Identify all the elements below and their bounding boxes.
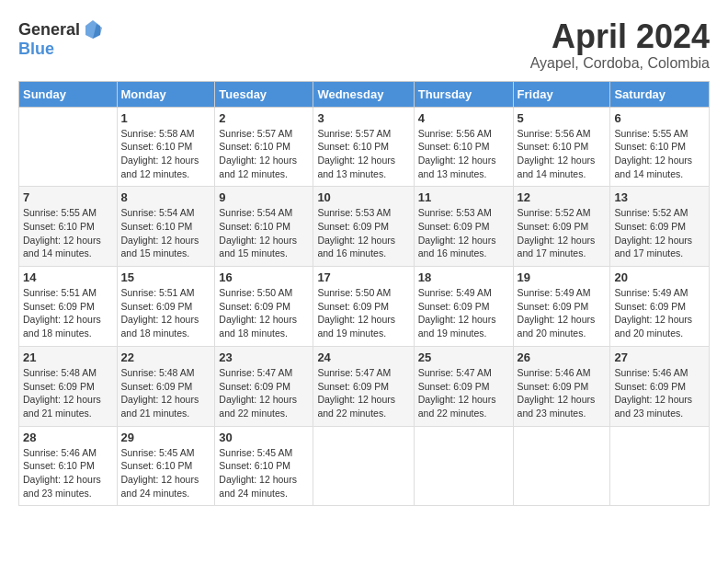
day-number: 9	[219, 190, 309, 204]
day-info: Sunrise: 5:45 AM Sunset: 6:10 PM Dayligh…	[219, 446, 309, 500]
calendar-cell: 7Sunrise: 5:55 AM Sunset: 6:10 PM Daylig…	[19, 187, 118, 267]
day-info: Sunrise: 5:50 AM Sunset: 6:09 PM Dayligh…	[219, 286, 309, 340]
day-info: Sunrise: 5:51 AM Sunset: 6:09 PM Dayligh…	[23, 286, 113, 340]
day-info: Sunrise: 5:57 AM Sunset: 6:10 PM Dayligh…	[317, 127, 409, 181]
month-title: April 2024	[530, 18, 710, 55]
day-number: 8	[121, 190, 211, 204]
day-number: 13	[614, 190, 705, 204]
calendar-cell: 17Sunrise: 5:50 AM Sunset: 6:09 PM Dayli…	[313, 267, 414, 347]
calendar-cell: 25Sunrise: 5:47 AM Sunset: 6:09 PM Dayli…	[414, 346, 513, 426]
calendar-cell: 16Sunrise: 5:50 AM Sunset: 6:09 PM Dayli…	[215, 267, 313, 347]
calendar-cell: 11Sunrise: 5:53 AM Sunset: 6:09 PM Dayli…	[414, 187, 513, 267]
day-number: 19	[518, 270, 607, 284]
calendar-cell	[610, 426, 710, 506]
day-number: 16	[219, 270, 309, 284]
calendar-cell: 6Sunrise: 5:55 AM Sunset: 6:10 PM Daylig…	[610, 107, 710, 187]
day-number: 11	[418, 190, 509, 204]
calendar-cell	[313, 426, 414, 506]
day-info: Sunrise: 5:54 AM Sunset: 6:10 PM Dayligh…	[121, 206, 211, 260]
day-number: 12	[518, 190, 607, 204]
calendar-cell: 10Sunrise: 5:53 AM Sunset: 6:09 PM Dayli…	[313, 187, 414, 267]
header-day: Thursday	[414, 81, 513, 107]
calendar-cell: 23Sunrise: 5:47 AM Sunset: 6:09 PM Dayli…	[215, 346, 313, 426]
calendar-week: 14Sunrise: 5:51 AM Sunset: 6:09 PM Dayli…	[19, 267, 710, 347]
day-info: Sunrise: 5:57 AM Sunset: 6:10 PM Dayligh…	[219, 127, 309, 181]
day-number: 4	[418, 111, 509, 125]
day-info: Sunrise: 5:49 AM Sunset: 6:09 PM Dayligh…	[614, 286, 705, 340]
calendar-cell: 24Sunrise: 5:47 AM Sunset: 6:09 PM Dayli…	[313, 346, 414, 426]
day-info: Sunrise: 5:52 AM Sunset: 6:09 PM Dayligh…	[614, 206, 705, 260]
day-number: 3	[317, 111, 409, 125]
header-row: SundayMondayTuesdayWednesdayThursdayFrid…	[19, 81, 710, 107]
calendar-week: 28Sunrise: 5:46 AM Sunset: 6:10 PM Dayli…	[19, 426, 710, 506]
calendar-cell: 8Sunrise: 5:54 AM Sunset: 6:10 PM Daylig…	[117, 187, 215, 267]
logo-general: General	[18, 21, 80, 38]
day-info: Sunrise: 5:46 AM Sunset: 6:09 PM Dayligh…	[518, 366, 607, 420]
title-area: April 2024 Ayapel, Cordoba, Colombia	[530, 18, 710, 72]
day-number: 29	[121, 431, 211, 444]
day-info: Sunrise: 5:48 AM Sunset: 6:09 PM Dayligh…	[23, 366, 113, 420]
day-number: 25	[418, 350, 509, 364]
day-number: 18	[418, 270, 509, 284]
header-day: Sunday	[19, 81, 118, 107]
calendar-cell: 4Sunrise: 5:56 AM Sunset: 6:10 PM Daylig…	[414, 107, 513, 187]
day-info: Sunrise: 5:46 AM Sunset: 6:10 PM Dayligh…	[23, 446, 113, 500]
day-info: Sunrise: 5:49 AM Sunset: 6:09 PM Dayligh…	[418, 286, 509, 340]
header-day: Wednesday	[313, 81, 414, 107]
day-number: 15	[121, 270, 211, 284]
calendar-cell	[19, 107, 118, 187]
day-info: Sunrise: 5:47 AM Sunset: 6:09 PM Dayligh…	[317, 366, 409, 420]
day-number: 2	[219, 111, 309, 125]
day-number: 22	[121, 350, 211, 364]
day-info: Sunrise: 5:54 AM Sunset: 6:10 PM Dayligh…	[219, 206, 309, 260]
day-number: 17	[317, 270, 409, 284]
day-number: 5	[518, 111, 607, 125]
calendar-cell: 19Sunrise: 5:49 AM Sunset: 6:09 PM Dayli…	[513, 267, 610, 347]
day-info: Sunrise: 5:55 AM Sunset: 6:10 PM Dayligh…	[23, 206, 113, 260]
logo-icon	[82, 18, 104, 40]
calendar-cell	[414, 426, 513, 506]
day-number: 26	[518, 350, 607, 364]
calendar-body: 1Sunrise: 5:58 AM Sunset: 6:10 PM Daylig…	[19, 107, 710, 506]
day-number: 1	[121, 111, 211, 125]
calendar-cell: 3Sunrise: 5:57 AM Sunset: 6:10 PM Daylig…	[313, 107, 414, 187]
calendar-header: SundayMondayTuesdayWednesdayThursdayFrid…	[19, 81, 710, 107]
day-info: Sunrise: 5:50 AM Sunset: 6:09 PM Dayligh…	[317, 286, 409, 340]
day-number: 30	[219, 431, 309, 444]
day-info: Sunrise: 5:56 AM Sunset: 6:10 PM Dayligh…	[518, 127, 607, 181]
calendar-cell: 28Sunrise: 5:46 AM Sunset: 6:10 PM Dayli…	[19, 426, 118, 506]
calendar-cell: 5Sunrise: 5:56 AM Sunset: 6:10 PM Daylig…	[513, 107, 610, 187]
day-info: Sunrise: 5:46 AM Sunset: 6:09 PM Dayligh…	[614, 366, 705, 420]
calendar-cell: 1Sunrise: 5:58 AM Sunset: 6:10 PM Daylig…	[117, 107, 215, 187]
day-info: Sunrise: 5:52 AM Sunset: 6:09 PM Dayligh…	[518, 206, 607, 260]
day-info: Sunrise: 5:49 AM Sunset: 6:09 PM Dayligh…	[518, 286, 607, 340]
header-day: Tuesday	[215, 81, 313, 107]
day-number: 21	[23, 350, 113, 364]
calendar-cell: 14Sunrise: 5:51 AM Sunset: 6:09 PM Dayli…	[19, 267, 118, 347]
calendar-cell: 13Sunrise: 5:52 AM Sunset: 6:09 PM Dayli…	[610, 187, 710, 267]
day-number: 14	[23, 270, 113, 284]
day-number: 23	[219, 350, 309, 364]
day-info: Sunrise: 5:53 AM Sunset: 6:09 PM Dayligh…	[317, 206, 409, 260]
calendar-week: 21Sunrise: 5:48 AM Sunset: 6:09 PM Dayli…	[19, 346, 710, 426]
day-number: 20	[614, 270, 705, 284]
header-day: Saturday	[610, 81, 710, 107]
day-number: 7	[23, 190, 113, 204]
calendar-cell: 15Sunrise: 5:51 AM Sunset: 6:09 PM Dayli…	[117, 267, 215, 347]
day-info: Sunrise: 5:56 AM Sunset: 6:10 PM Dayligh…	[418, 127, 509, 181]
day-info: Sunrise: 5:48 AM Sunset: 6:09 PM Dayligh…	[121, 366, 211, 420]
calendar-cell: 27Sunrise: 5:46 AM Sunset: 6:09 PM Dayli…	[610, 346, 710, 426]
calendar-cell: 20Sunrise: 5:49 AM Sunset: 6:09 PM Dayli…	[610, 267, 710, 347]
day-number: 6	[614, 111, 705, 125]
calendar-cell: 12Sunrise: 5:52 AM Sunset: 6:09 PM Dayli…	[513, 187, 610, 267]
day-number: 28	[23, 431, 113, 444]
logo-blue: Blue	[18, 40, 54, 58]
calendar-cell: 22Sunrise: 5:48 AM Sunset: 6:09 PM Dayli…	[117, 346, 215, 426]
calendar-cell: 9Sunrise: 5:54 AM Sunset: 6:10 PM Daylig…	[215, 187, 313, 267]
day-info: Sunrise: 5:45 AM Sunset: 6:10 PM Dayligh…	[121, 446, 211, 500]
calendar-cell: 2Sunrise: 5:57 AM Sunset: 6:10 PM Daylig…	[215, 107, 313, 187]
calendar-cell: 30Sunrise: 5:45 AM Sunset: 6:10 PM Dayli…	[215, 426, 313, 506]
day-info: Sunrise: 5:47 AM Sunset: 6:09 PM Dayligh…	[219, 366, 309, 420]
location-title: Ayapel, Cordoba, Colombia	[530, 55, 710, 72]
calendar-week: 1Sunrise: 5:58 AM Sunset: 6:10 PM Daylig…	[19, 107, 710, 187]
